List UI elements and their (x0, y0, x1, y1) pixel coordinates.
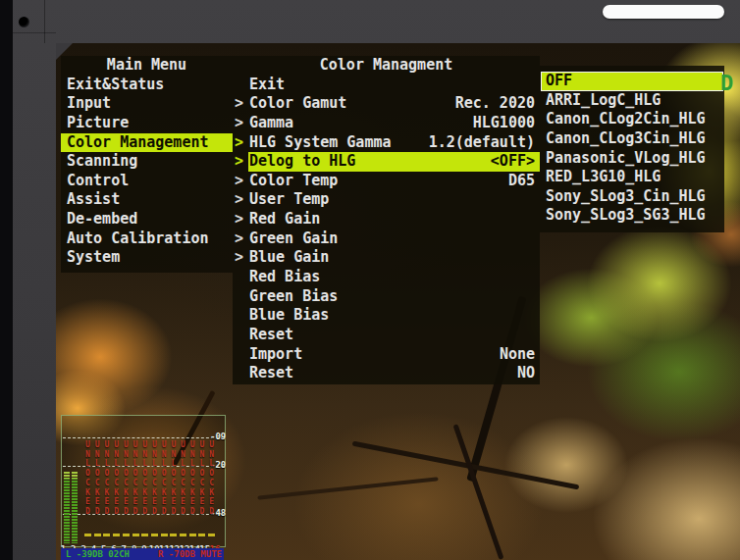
delog-option[interactable]: RED_L3G10_HLG (541, 168, 723, 187)
unlocked-letter: C (188, 479, 197, 487)
delog-option-label: Sony_SLog3_Cin_HLG (546, 187, 706, 205)
color-management-item[interactable]: ImportNone (233, 345, 540, 365)
unlocked-letter: O (188, 469, 197, 478)
unlocked-letter: C (179, 479, 187, 487)
unlocked-letter: N (150, 450, 159, 459)
unlocked-letter: K (83, 488, 92, 497)
unlocked-letter: D (140, 507, 149, 516)
submenu-arrow-icon (233, 268, 248, 287)
main-menu-item[interactable]: Picture (61, 114, 233, 133)
main-menu-item[interactable]: Color Management (61, 133, 233, 153)
meter-scale-line (63, 437, 224, 438)
unlocked-letter: C (207, 479, 216, 487)
floor-dash (151, 534, 158, 536)
delog-option[interactable]: Canon_CLog2Cin_HLG (541, 110, 723, 129)
unlocked-letter: K (169, 488, 178, 497)
submenu-arrow-icon: > (233, 133, 248, 153)
floor-dash (208, 534, 215, 536)
submenu-arrow-icon: > (233, 229, 248, 249)
color-management-item[interactable]: >Green Gain (233, 229, 540, 249)
unlocked-letter: U (140, 440, 149, 449)
unlocked-letter: O (132, 469, 140, 478)
delog-option[interactable]: Canon_CLog3Cin_HLG (541, 129, 723, 149)
color-management-item[interactable]: >Color TempD65 (233, 172, 540, 191)
delog-option[interactable]: Sony_SLog3_SG3_HLG (541, 206, 723, 226)
color-management-item[interactable]: Reset (233, 326, 540, 345)
unlocked-letter: U (122, 440, 131, 449)
color-management-item[interactable]: ResetNO (233, 364, 540, 383)
main-menu-item-label: Color Management (67, 133, 209, 151)
submenu-arrow-icon (233, 326, 248, 345)
submenu-arrow-icon: > (233, 210, 248, 229)
color-management-item-body: Reset (248, 326, 540, 345)
main-menu-item[interactable]: Exit&Status (61, 76, 233, 95)
delog-option[interactable]: ARRI_LogC_HLG (541, 91, 723, 111)
delog-options-panel: OFFARRI_LogC_HLGCanon_CLog2Cin_HLGCanon_… (540, 66, 724, 232)
color-management-item[interactable]: >HLG System Gamma1.2(default) (233, 133, 540, 153)
floor-dash (180, 534, 186, 536)
submenu-arrow-icon: > (233, 248, 248, 268)
delog-option[interactable]: Panasonic_VLog_HLG (541, 149, 723, 169)
delog-option-label: RED_L3G10_HLG (546, 168, 661, 185)
delog-option[interactable]: OFF (541, 72, 723, 91)
main-menu-item[interactable]: Scanning (61, 152, 233, 172)
color-management-item[interactable]: >Red Gain (233, 210, 540, 229)
color-management-item[interactable]: >Blue Gain (233, 248, 540, 268)
unlocked-letter: N (112, 450, 121, 459)
unlocked-letter: N (93, 450, 102, 459)
color-management-item[interactable]: Blue Bias (233, 306, 540, 326)
audio-status-left: L -39DB 02CH (66, 549, 130, 559)
unlocked-letter: U (179, 440, 187, 449)
main-menu-item[interactable]: De-embed (61, 210, 233, 229)
unlocked-letter: D (160, 507, 169, 516)
main-menu-panel: Main Menu Exit&StatusInputPictureColor M… (61, 56, 233, 273)
color-management-item-body: HLG System Gamma1.2(default) (248, 133, 540, 153)
unlocked-letter: E (150, 497, 159, 506)
color-management-item-label: User Temp (249, 190, 329, 210)
main-menu-item[interactable]: Auto Calibration (61, 229, 233, 249)
delog-option[interactable]: Sony_SLog3_Cin_HLG (541, 187, 723, 207)
color-management-item[interactable]: >User Temp (233, 190, 540, 210)
unlocked-letter: O (169, 469, 178, 478)
submenu-arrow-icon: > (233, 172, 248, 191)
unlocked-letter: N (132, 450, 140, 459)
submenu-arrow-icon: > (233, 190, 248, 210)
unlocked-letter: L (112, 459, 121, 468)
color-management-item-label: Gamma (249, 114, 293, 133)
unlocked-letter: O (102, 469, 111, 478)
color-management-item-label: Red Gain (249, 210, 320, 229)
unlocked-letter: E (197, 497, 206, 506)
color-management-item[interactable]: >GammaHLG1000 (233, 114, 540, 133)
color-management-item[interactable]: >Color GamutRec. 2020 (233, 94, 540, 114)
color-management-item-body: Exit (248, 76, 540, 95)
main-menu-item[interactable]: Control (61, 172, 233, 191)
unlocked-letter: D (93, 507, 102, 516)
color-management-item-body: Red Gain (248, 210, 540, 229)
main-menu-item-label: Assist (67, 190, 120, 208)
unlocked-letter: L (93, 459, 102, 468)
color-management-item[interactable]: Red Bias (233, 268, 540, 287)
unlocked-letter: C (122, 479, 131, 487)
unlocked-letter: C (132, 479, 140, 487)
delog-option-label: Canon_CLog2Cin_HLG (546, 110, 706, 127)
color-management-item[interactable]: >Delog to HLG<OFF> (233, 152, 540, 172)
color-management-item-body: ResetNO (248, 364, 540, 383)
main-menu-item[interactable]: Assist (61, 190, 233, 210)
unlocked-letter: C (102, 479, 111, 487)
color-management-panel: Color Managment Exit>Color GamutRec. 202… (233, 56, 540, 384)
main-menu-item-label: Scanning (67, 152, 137, 170)
color-management-item-label: Delog to HLG (249, 152, 355, 172)
unlocked-letter: D (122, 507, 131, 516)
bezel-screw (19, 17, 29, 27)
unlocked-letter: L (83, 459, 92, 468)
unlocked-letter: N (179, 450, 187, 459)
unlocked-letter: L (207, 459, 216, 468)
unlocked-letter: N (140, 450, 149, 459)
main-menu-item[interactable]: Input (61, 94, 233, 114)
color-management-item[interactable]: Exit (233, 76, 540, 95)
unlocked-letter: K (160, 488, 169, 497)
color-management-item[interactable]: Green Bias (233, 287, 540, 307)
unlocked-letter: E (93, 497, 102, 506)
unlocked-letter: N (102, 450, 111, 459)
main-menu-item[interactable]: System (61, 248, 233, 268)
